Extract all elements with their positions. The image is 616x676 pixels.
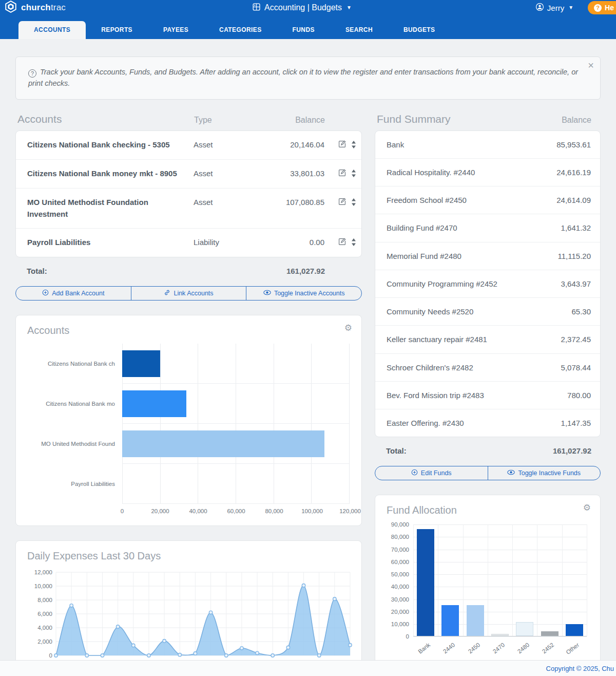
list-item[interactable]: Radical Hospitality. #244024,616.19 xyxy=(375,158,600,186)
module-switcher[interactable]: Accounting | Budgets ▼ xyxy=(252,3,352,13)
fund-name: Community Needs #2520 xyxy=(387,306,529,317)
accounts-total-row: Total: 161,027.92 xyxy=(15,257,362,281)
fund-name: Freedom School #2450 xyxy=(387,194,529,206)
svg-text:8,000: 8,000 xyxy=(37,597,52,603)
chevron-down-icon: ▼ xyxy=(568,5,573,10)
edit-icon[interactable] xyxy=(338,168,346,180)
list-item[interactable]: Keller sanctuary repair #24812,372.45 xyxy=(375,325,600,353)
account-type: Asset xyxy=(194,196,247,220)
edit-icon[interactable] xyxy=(338,140,346,152)
sort-icon[interactable] xyxy=(351,140,356,152)
fund-balance: 3,643.97 xyxy=(529,278,591,290)
chart-title: Accounts xyxy=(27,325,350,336)
chart-title: Daily Expenses Last 30 Days xyxy=(27,550,350,562)
fund-name: Building Fund #2470 xyxy=(387,222,529,234)
button-label: Link Accounts xyxy=(174,290,213,297)
sort-icon[interactable] xyxy=(351,237,356,249)
svg-text:4,000: 4,000 xyxy=(37,625,52,631)
fund-name: Keller sanctuary repair #2481 xyxy=(387,333,529,345)
fund-name: Bank xyxy=(387,139,529,151)
edit-funds-button[interactable]: Edit Funds xyxy=(375,466,488,480)
fund-name: Community Programming #2452 xyxy=(387,278,529,290)
toggle-inactive-funds-button[interactable]: Toggle Inactive Funds xyxy=(488,466,601,480)
sort-icon[interactable] xyxy=(351,197,356,209)
eye-toggle-icon xyxy=(507,470,515,477)
add-bank-account-button[interactable]: Add Bank Account xyxy=(16,287,131,300)
fund-summary-table: Bank85,953.61 Radical Hospitality. #2440… xyxy=(375,130,601,438)
edit-icon[interactable] xyxy=(338,237,346,249)
account-name: MO United Methodist Foundation Investmen… xyxy=(27,196,194,220)
banner-text: Track your bank Accounts, Funds, and Bud… xyxy=(28,68,578,87)
svg-text:6,000: 6,000 xyxy=(37,611,52,617)
list-item[interactable]: Bank85,953.61 xyxy=(375,131,600,158)
help-button[interactable]: ? He xyxy=(588,1,616,14)
account-type: Liability xyxy=(194,236,247,249)
list-item[interactable]: Bev. Ford Mission trip #2483780.00 xyxy=(375,381,600,409)
sort-icon[interactable] xyxy=(351,168,356,180)
accounts-bar-chart: Citizens National Bank chCitizens Nation… xyxy=(27,344,350,518)
edit-icon[interactable] xyxy=(338,197,346,209)
svg-text:0: 0 xyxy=(49,652,52,659)
tab-payees[interactable]: PAYEES xyxy=(148,21,204,39)
account-balance: 33,801.03 xyxy=(247,167,324,180)
account-type: Asset xyxy=(194,167,247,180)
tab-categories[interactable]: CATEGORIES xyxy=(204,21,277,39)
fund-balance: 1,641.32 xyxy=(529,222,591,234)
list-item[interactable]: Community Programming #24523,643.97 xyxy=(375,270,600,297)
fund-balance: 780.00 xyxy=(529,389,591,401)
account-name: Citizens National Bank money mkt - 8905 xyxy=(27,167,194,180)
account-name: Citizens National Bank checking - 5305 xyxy=(27,139,194,152)
fund-balance: 24,614.09 xyxy=(529,194,591,206)
accounting-grid-icon xyxy=(252,3,261,13)
plus-circle-icon xyxy=(42,289,49,297)
brand-logo[interactable]: churchtrac xyxy=(4,0,66,15)
close-icon[interactable]: × xyxy=(588,60,594,70)
fund-balance: 24,616.19 xyxy=(529,166,591,178)
fund-name: Easter Offering. #2430 xyxy=(387,417,529,429)
link-accounts-button[interactable]: Link Accounts xyxy=(131,287,246,300)
fund-allocation-bar-chart: 010,00020,00030,00040,00050,00060,00070,… xyxy=(387,524,589,657)
fund-balance: 85,953.61 xyxy=(529,139,591,151)
total-label: Total: xyxy=(27,267,194,275)
funds-actions: Edit Funds Toggle Inactive Funds xyxy=(375,466,601,480)
daily-expenses-area-chart: 02,0004,0006,0008,00010,00012,000 xyxy=(27,568,350,666)
accounts-actions: Add Bank Account Link Accounts Toggle In… xyxy=(15,286,362,301)
fund-name: Radical Hospitality. #2440 xyxy=(387,166,529,178)
svg-text:10,000: 10,000 xyxy=(34,583,52,589)
top-header: churchtrac Accounting | Budgets ▼ Jerry … xyxy=(0,0,616,15)
gear-icon[interactable]: ⚙ xyxy=(344,324,352,332)
table-row[interactable]: Citizens National Bank money mkt - 8905 … xyxy=(16,159,361,188)
fund-balance: 5,078.44 xyxy=(529,362,591,373)
tab-budgets[interactable]: BUDGETS xyxy=(388,21,450,39)
account-balance: 0.00 xyxy=(247,236,324,249)
toggle-inactive-accounts-button[interactable]: Toggle Inactive Accounts xyxy=(246,287,361,300)
table-row[interactable]: Payroll Liabilities Liability 0.00 xyxy=(16,228,361,257)
tab-funds[interactable]: FUNDS xyxy=(277,21,330,39)
svg-text:12,000: 12,000 xyxy=(34,569,52,575)
total-label: Total: xyxy=(386,446,530,455)
tab-reports[interactable]: REPORTS xyxy=(86,21,148,39)
table-row[interactable]: Citizens National Bank checking - 5305 A… xyxy=(16,131,361,159)
table-row[interactable]: MO United Methodist Foundation Investmen… xyxy=(16,188,361,228)
list-item[interactable]: Community Needs #252065.30 xyxy=(375,297,600,325)
fund-balance: 65.30 xyxy=(529,306,591,317)
tab-accounts[interactable]: ACCOUNTS xyxy=(18,21,86,39)
question-icon: ? xyxy=(594,4,602,12)
copyright-text: Copyright © 2025, Chu xyxy=(546,665,614,672)
account-type: Asset xyxy=(194,139,247,152)
list-item[interactable]: Building Fund #24701,641.32 xyxy=(375,214,600,241)
plus-circle-icon xyxy=(411,469,418,477)
balance-column-header: Balance xyxy=(530,116,591,125)
tab-search[interactable]: SEARCH xyxy=(330,21,388,39)
account-balance: 107,080.85 xyxy=(247,196,324,220)
module-title: Accounting | Budgets xyxy=(264,3,342,12)
gear-icon[interactable]: ⚙ xyxy=(583,503,591,512)
churchtrac-logo-icon xyxy=(4,0,17,15)
list-item[interactable]: Memorial Fund #248011,115.20 xyxy=(375,242,600,270)
list-item[interactable]: Schroer Children's #24825,078.44 xyxy=(375,353,600,381)
user-menu[interactable]: Jerry xyxy=(547,4,564,12)
fund-summary-heading: Fund Summary xyxy=(377,113,530,125)
list-item[interactable]: Easter Offering. #24301,147.35 xyxy=(375,409,600,437)
list-item[interactable]: Freedom School #245024,614.09 xyxy=(375,186,600,214)
eye-toggle-icon xyxy=(263,290,271,297)
